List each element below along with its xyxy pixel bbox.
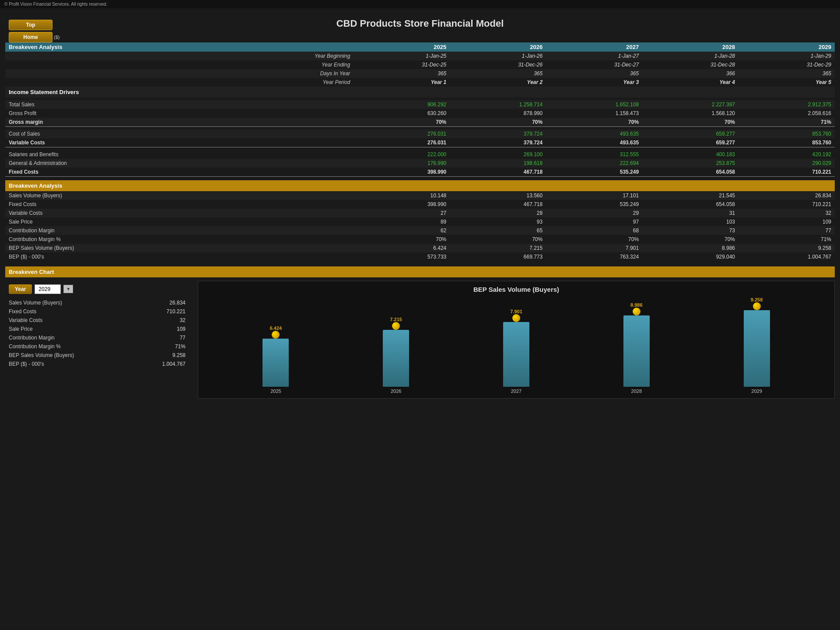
table-row: Gross margin 70% 70% 70% 70% 71% — [5, 118, 835, 127]
section-breakeven-header: Breakeven Analysis — [5, 42, 354, 52]
fixed-costs-2025: 398.990 — [354, 168, 450, 177]
bar-group-2026: 7.215 2026 — [383, 317, 409, 394]
chart-sp-label: Sale Price — [5, 325, 135, 333]
table-row: BEP Sales Volume (Buyers) 6.424 7.215 7.… — [5, 244, 835, 252]
gen-admin-2026: 198.618 — [450, 159, 546, 168]
bep-variable-costs-label: Variable Costs — [5, 209, 354, 217]
bep-sv-2028: 21.545 — [642, 191, 738, 200]
gross-profit-2025: 630.260 — [354, 109, 450, 118]
gen-admin-2029: 290.029 — [738, 159, 835, 168]
total-sales-2027: 1.652.108 — [546, 100, 642, 109]
chart-left-panel: Year 2029 ▼ Sales Volume (Buyers) 26.834… — [5, 281, 189, 399]
days-in-year-2029: 365 — [738, 69, 835, 78]
cost-of-sales-label: Cost of Sales — [5, 130, 354, 138]
days-in-year-2026: 365 — [450, 69, 546, 78]
salaries-2029: 420.192 — [738, 150, 835, 159]
chart-cmp-value: 71% — [135, 342, 189, 351]
bep-dollar-label: BEP ($) - 000's — [5, 252, 354, 261]
year-period-2028: Year 4 — [642, 78, 738, 87]
year-ending-2026: 31-Dec-26 — [450, 60, 546, 69]
gross-margin-2025: 70% — [354, 118, 450, 127]
bep-contribution-margin-pct-label: Contribution Margin % — [5, 235, 354, 244]
year-beginning-2025: 1-Jan-25 — [354, 52, 450, 60]
chart-sv-label: Sales Volume (Buyers) — [5, 298, 135, 307]
bar-col-2028 — [623, 315, 650, 387]
table-row: Year Ending 31-Dec-25 31-Dec-26 31-Dec-2… — [5, 60, 835, 69]
bar-year-2028: 2028 — [631, 388, 642, 394]
year-dropdown-arrow[interactable]: ▼ — [63, 285, 73, 293]
days-in-year-2025: 365 — [354, 69, 450, 78]
bar-year-2029: 2029 — [751, 388, 762, 394]
cost-of-sales-2025: 276.031 — [354, 130, 450, 138]
bep-sales-volume-buyers-label: BEP Sales Volume (Buyers) — [5, 244, 354, 252]
gross-margin-2027: 70% — [546, 118, 642, 127]
bar-year-2025: 2025 — [270, 388, 281, 394]
gen-admin-2027: 222.694 — [546, 159, 642, 168]
chart-fc-value: 710.221 — [135, 307, 189, 316]
year-period-2029: Year 5 — [738, 78, 835, 87]
salaries-label: Salaries and Benefits — [5, 150, 354, 159]
top-button[interactable]: Top — [9, 20, 52, 30]
chart-cm-value: 77 — [135, 333, 189, 342]
list-item: Variable Costs 32 — [5, 316, 189, 325]
bep-sv-2025: 10.148 — [354, 191, 450, 200]
table-row: BEP ($) - 000's 573.733 669.773 763.324 … — [5, 252, 835, 261]
table-row: Year Period Year 1 Year 2 Year 3 Year 4 … — [5, 78, 835, 87]
fixed-costs-2029: 710.221 — [738, 168, 835, 177]
list-item: Contribution Margin 77 — [5, 333, 189, 342]
year-beginning-label: Year Beginning — [5, 52, 354, 60]
bep-section-label: Breakeven Analysis — [5, 180, 835, 191]
currency-note: All Amounts in USD ($) — [5, 34, 835, 42]
list-item: Sale Price 109 — [5, 325, 189, 333]
bar-group-2028: 8.986 2028 — [623, 302, 650, 394]
gross-profit-2026: 878.990 — [450, 109, 546, 118]
year-header-2028: 2028 — [642, 42, 738, 52]
year-ending-2025: 31-Dec-25 — [354, 60, 450, 69]
salaries-2025: 222.000 — [354, 150, 450, 159]
bar-year-2027: 2027 — [511, 388, 522, 394]
chart-fc-label: Fixed Costs — [5, 307, 135, 316]
variable-costs-2025: 276.031 — [354, 138, 450, 147]
year-selector-label: Year — [9, 284, 32, 294]
fixed-costs-label: Fixed Costs — [5, 168, 354, 177]
chart-vc-value: 32 — [135, 316, 189, 325]
table-row: General & Administration 176.990 198.618… — [5, 159, 835, 168]
chart-section-label: Breakeven Chart — [5, 266, 835, 277]
bar-chart: 6.424 2025 7.215 2026 7.901 20 — [203, 298, 830, 394]
top-bar: © Profit Vision Financial Services. All … — [0, 0, 840, 8]
list-item: Fixed Costs 710.221 — [5, 307, 189, 316]
table-row: Contribution Margin 62 65 68 73 77 — [5, 226, 835, 235]
year-header-2029: 2029 — [738, 42, 835, 52]
bep-sv-2029: 26.834 — [738, 191, 835, 200]
bep-analysis-header: Breakeven Analysis — [5, 180, 835, 191]
home-button[interactable]: Home — [9, 32, 52, 42]
table-row: Variable Costs 276.031 379.724 493.635 6… — [5, 138, 835, 147]
bar-label-2026: 7.215 — [390, 317, 402, 322]
chart-bep-sv-value: 9.258 — [135, 351, 189, 360]
bar-group-2029: 9.258 2029 — [744, 297, 770, 394]
chart-cm-label: Contribution Margin — [5, 333, 135, 342]
year-beginning-2027: 1-Jan-27 — [546, 52, 642, 60]
chart-bep-dollar-value: 1.004.767 — [135, 360, 189, 368]
bep-contribution-margin-label: Contribution Margin — [5, 226, 354, 235]
bar-col-2026 — [383, 330, 409, 387]
chart-section-header: Breakeven Chart — [5, 266, 835, 277]
gen-admin-2028: 253.875 — [642, 159, 738, 168]
year-period-2026: Year 2 — [450, 78, 546, 87]
year-ending-label: Year Ending — [5, 60, 354, 69]
income-statement-header: Income Statement Drivers — [5, 87, 835, 98]
days-in-year-2028: 366 — [642, 69, 738, 78]
variable-costs-2028: 659.277 — [642, 138, 738, 147]
copyright-text: © Profit Vision Financial Services. All … — [4, 2, 107, 7]
year-selector-value[interactable]: 2029 — [35, 284, 61, 294]
gross-profit-2029: 2.058.616 — [738, 109, 835, 118]
cost-of-sales-2029: 853.760 — [738, 130, 835, 138]
bar-col-2025 — [262, 339, 289, 387]
gross-margin-2026: 70% — [450, 118, 546, 127]
table-row: Cost of Sales 276.031 379.724 493.635 65… — [5, 130, 835, 138]
year-beginning-2029: 1-Jan-29 — [738, 52, 835, 60]
chart-title: BEP Sales Volume (Buyers) — [203, 286, 830, 293]
fixed-costs-2027: 535.249 — [546, 168, 642, 177]
bep-sv-2027: 17.101 — [546, 191, 642, 200]
year-header-2026: 2026 — [450, 42, 546, 52]
